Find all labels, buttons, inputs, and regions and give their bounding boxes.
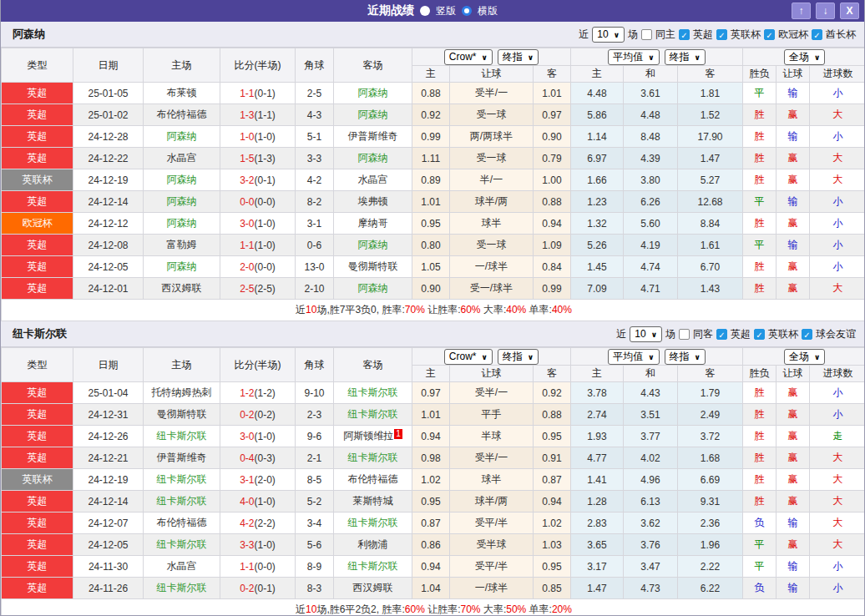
- halftime-score: (2-2): [255, 518, 276, 529]
- score-cell: 3-3(1-0): [220, 534, 296, 556]
- match-date-cell: 24-12-14: [73, 191, 144, 213]
- summary-stat-label: 场,胜6平2负2,: [316, 603, 382, 615]
- match-type-cell: 英超: [2, 256, 73, 278]
- league-checkbox[interactable]: ✓: [716, 29, 727, 40]
- summary-stat-value: 40%: [552, 304, 572, 316]
- same-venue-checkbox[interactable]: [641, 29, 652, 40]
- match-row: 英超24-12-14阿森纳0-0(0-0)8-2埃弗顿1.01球半/两0.881…: [2, 191, 865, 213]
- home-team-cell: 水晶宫: [144, 148, 220, 169]
- league-checkbox[interactable]: ✓: [679, 29, 690, 40]
- win-loss-cell: 平: [743, 235, 776, 256]
- scope-select[interactable]: 全场∨: [784, 349, 825, 365]
- handicap-cell: 受平/半: [450, 556, 534, 578]
- scope-select[interactable]: 全场∨: [784, 49, 825, 65]
- chevron-down-icon: ∨: [614, 31, 620, 39]
- average-time-select[interactable]: 终指∨: [665, 349, 706, 365]
- score-cell: 1-1(0-1): [220, 83, 296, 104]
- summary-row: 近10场,胜6平2负2, 胜率:60% 让胜率:70% 大率:50% 单率:20…: [2, 599, 865, 616]
- away-team-cell: 纽卡斯尔联: [334, 556, 412, 578]
- horizontal-layout-radio[interactable]: [462, 6, 472, 16]
- average-select[interactable]: 平均值∨: [608, 349, 659, 365]
- move-up-button[interactable]: ↑: [792, 3, 811, 19]
- handicap-cell: 半球: [450, 426, 534, 447]
- recent-count-select[interactable]: 10∨: [630, 326, 662, 342]
- chevron-down-icon: ∨: [482, 353, 488, 361]
- odds-time-select[interactable]: 终指∨: [498, 349, 539, 365]
- away-team-cell: 伊普斯维奇: [334, 126, 412, 148]
- away-odds-cell: 0.87: [534, 469, 571, 491]
- home-odds-cell: 0.94: [412, 426, 450, 447]
- odds-time-select[interactable]: 终指∨: [498, 49, 539, 65]
- match-row: 英联杯24-12-19阿森纳3-2(0-1)4-2水晶宫0.89半/一1.001…: [2, 169, 865, 191]
- home-odds-cell: 0.88: [412, 83, 450, 104]
- corners-cell: 13-0: [296, 256, 334, 278]
- corners-cell: 8-3: [296, 578, 334, 599]
- section-header-bar: 阿森纳近10∨场同主✓英超✓英联杯✓欧冠杯✓酋长杯: [1, 22, 864, 48]
- handicap-result-cell: 赢: [776, 491, 810, 512]
- handicap-result-cell: 输: [776, 83, 810, 104]
- near-label: 近: [616, 327, 626, 341]
- avg-away-cell: 1.52: [678, 104, 743, 126]
- near-label: 近: [579, 28, 589, 42]
- select-value: 平均值: [613, 351, 643, 362]
- column-header: 角球: [296, 348, 334, 382]
- handicap-cell: 受半/一: [450, 447, 534, 469]
- chevron-down-icon: ∨: [695, 353, 701, 361]
- match-date-cell: 24-12-05: [73, 534, 144, 556]
- goals-result-cell: 小: [810, 213, 865, 235]
- summary-stat-label: 大率:: [481, 603, 507, 615]
- goals-result-cell: 小: [810, 404, 865, 426]
- away-odds-cell: 1.03: [534, 534, 571, 556]
- avg-draw-cell: 3.47: [624, 556, 678, 578]
- home-team-cell: 水晶宫: [144, 556, 220, 578]
- away-team-cell: 布伦特福德: [334, 469, 412, 491]
- league-checkbox[interactable]: ✓: [716, 329, 727, 340]
- halftime-score: (1-0): [255, 131, 276, 143]
- corners-cell: 5-6: [296, 534, 334, 556]
- sub-column-header: 客: [534, 366, 571, 382]
- recent-results-window: 近期战绩 竖版 横版 ↑ ↓ X 阿森纳近10∨场同主✓英超✓英联杯✓欧冠杯✓酋…: [0, 0, 865, 616]
- sub-column-header: 进球数: [810, 66, 865, 83]
- odds-source-select[interactable]: Crow*∨: [444, 349, 493, 365]
- match-type-cell: 英超: [2, 534, 73, 556]
- league-checkbox[interactable]: ✓: [812, 29, 822, 40]
- close-button[interactable]: X: [840, 3, 859, 19]
- odds-source-select[interactable]: Crow*∨: [444, 49, 493, 65]
- team-section: 纽卡斯尔联近10∨场同客✓英超✓英联杯✓球会友谊类型日期主场比分(半场)角球客场…: [1, 321, 864, 616]
- corners-cell: 9-6: [296, 426, 334, 447]
- league-label: 欧冠杯: [778, 28, 808, 42]
- fulltime-score: 4-0: [240, 496, 254, 507]
- league-checkbox[interactable]: ✓: [754, 329, 765, 340]
- header-row-groups: 类型日期主场比分(半场)角球客场Crow*∨终指∨平均值∨终指∨全场∨: [2, 348, 865, 366]
- home-team-cell: 纽卡斯尔联: [144, 491, 220, 512]
- match-date-cell: 24-12-28: [73, 126, 144, 148]
- summary-stat-value: 50%: [506, 603, 526, 615]
- away-team-cell: 莱斯特城: [334, 491, 412, 512]
- score-cell: 0-0(0-0): [220, 191, 296, 213]
- average-time-select[interactable]: 终指∨: [665, 49, 706, 65]
- avg-home-cell: 1.41: [571, 469, 624, 491]
- away-odds-cell: 1.09: [534, 235, 571, 256]
- average-select[interactable]: 平均值∨: [608, 49, 659, 65]
- team-name: 纽卡斯尔联: [13, 326, 67, 341]
- league-checkbox[interactable]: ✓: [764, 29, 775, 40]
- title-bar: 近期战绩 竖版 横版 ↑ ↓ X: [1, 0, 864, 22]
- league-checkbox[interactable]: ✓: [802, 329, 812, 340]
- match-date-cell: 25-01-04: [73, 382, 144, 404]
- avg-draw-cell: 4.74: [624, 256, 678, 278]
- move-down-button[interactable]: ↓: [816, 3, 835, 19]
- corners-cell: 8-5: [296, 469, 334, 491]
- recent-count-select[interactable]: 10∨: [592, 27, 625, 43]
- select-value: Crow*: [449, 51, 477, 63]
- avg-draw-cell: 4.73: [624, 578, 678, 599]
- same-venue-label: 同客: [693, 327, 713, 341]
- home-odds-cell: 0.98: [412, 447, 450, 469]
- match-row: 英超24-12-21伊普斯维奇0-4(0-3)2-1纽卡斯尔联0.98受半/一0…: [2, 447, 865, 469]
- vertical-layout-radio[interactable]: [420, 6, 430, 16]
- team-name: 阿森纳: [13, 27, 45, 42]
- same-venue-checkbox[interactable]: [679, 329, 690, 340]
- handicap-cell: 受一球: [450, 104, 534, 126]
- column-header: 类型: [2, 48, 73, 83]
- score-cell: 4-0(1-0): [220, 491, 296, 512]
- avg-home-cell: 7.09: [571, 278, 624, 300]
